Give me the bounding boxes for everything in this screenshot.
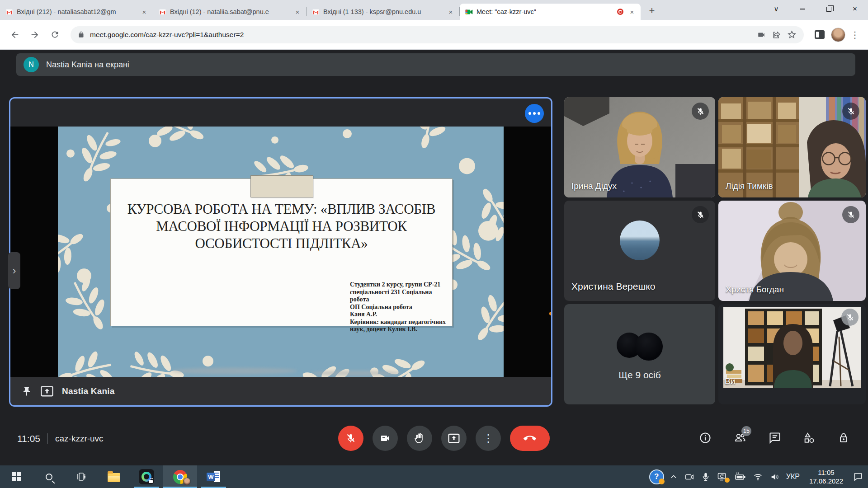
participants-button[interactable]: 15 [733, 432, 747, 444]
host-controls-button[interactable] [837, 432, 850, 444]
presentation-tile[interactable]: КУРСОВА РОБОТА НА ТЕМУ: «ВПЛИВ ЗАСОБІВ М… [9, 97, 552, 407]
presenting-icon [40, 386, 54, 397]
tab-title: Meet: "caz-kzzr-uvc" [476, 8, 613, 15]
camera-toggle-button[interactable] [373, 426, 398, 451]
taskbar-clock[interactable]: 11:05 17.06.2022 [806, 468, 847, 485]
call-end-icon [524, 432, 536, 445]
system-tray: ? УКР [650, 468, 868, 485]
self-video-frame [723, 307, 861, 388]
action-center-button[interactable] [853, 471, 863, 482]
more-options-button[interactable]: ⋮ [476, 426, 501, 451]
slide-title-line: МАСОВОЇ ІНФОРМАЦІЇ НА РОЗВИТОК [112, 218, 451, 235]
slide-shadow-smudge [311, 371, 401, 376]
tab-close-button[interactable]: × [293, 8, 302, 16]
share-icon[interactable] [772, 30, 782, 39]
volume-tray-icon[interactable] [769, 472, 780, 482]
pin-icon[interactable] [21, 386, 32, 397]
leave-call-button[interactable] [510, 426, 550, 451]
mic-off-badge [842, 206, 859, 223]
reload-button[interactable] [46, 26, 63, 43]
minimize-button[interactable] [789, 0, 816, 18]
camera-in-use-icon[interactable] [756, 31, 766, 39]
host-controls-lock-icon [837, 432, 850, 444]
tab-close-button[interactable]: × [628, 8, 636, 16]
chrome-profile-badge [183, 478, 191, 485]
participant-tile-khrystia-bohdan[interactable]: Христя Богдан [718, 201, 866, 301]
more-vertical-icon: ⋮ [483, 432, 494, 445]
overflow-participants-tile[interactable]: Ще 9 осіб [564, 304, 715, 404]
notification-badge [659, 479, 665, 484]
slide-title-line: ОСОБИСТОСТІ ПІДЛІТКА» [112, 235, 451, 252]
meeting-code: caz-kzzr-uvc [55, 434, 104, 444]
call-controls: ⋮ [338, 426, 550, 451]
tile-more-options-button[interactable] [525, 104, 544, 123]
word-button[interactable]: W [197, 465, 230, 488]
microphone-tray-icon[interactable] [701, 471, 711, 482]
browser-tab-meet-active[interactable]: Meet: "caz-kzzr-uvc" × [460, 4, 641, 20]
presenter-name: Nastia Kania [62, 386, 114, 396]
chat-button[interactable] [769, 432, 781, 444]
slide-credit-line: спеціальності 231 Соціальна робота [350, 289, 452, 304]
mic-toggle-button[interactable] [338, 426, 363, 451]
help-tray-icon[interactable]: ? [650, 470, 663, 483]
camera-icon [380, 433, 391, 444]
orange-dot-indicator [549, 312, 552, 315]
address-bar[interactable]: meet.google.com/caz-kzzr-uvc?pli=1&authu… [71, 26, 804, 43]
url-text[interactable]: meet.google.com/caz-kzzr-uvc?pli=1&authu… [90, 31, 751, 39]
side-panel-toggle[interactable]: › [8, 252, 20, 289]
slide-credit-line: Керівник: кандидат педагогічних [350, 319, 452, 326]
wifi-tray-icon[interactable] [752, 472, 764, 482]
browser-tab-gmail-2[interactable]: Вхідні (12) - nataliia.sabat@pnu.e × [153, 4, 306, 20]
overflow-count-label: Ще 9 осіб [618, 370, 661, 380]
participant-tile-khrystyna-vereshko[interactable]: Христина Верешко [564, 201, 715, 301]
file-explorer-button[interactable] [98, 465, 130, 488]
camera-tray-icon[interactable] [684, 472, 695, 482]
slide-shadow-smudge [171, 368, 297, 374]
info-icon [699, 432, 712, 444]
present-screen-icon [448, 433, 460, 443]
display-connect-tray-icon[interactable] [717, 471, 728, 482]
battery-tray-icon[interactable] [734, 472, 746, 482]
close-window-button[interactable]: × [842, 0, 868, 18]
tab-title: Вхідні (212) - nataliasabat12@gm [17, 8, 137, 15]
mic-off-icon [847, 107, 855, 116]
self-view-tile[interactable]: Ви [718, 304, 866, 404]
tab-title: Вхідні (1 133) - kspsr@pnu.edu.u [323, 8, 443, 15]
bookmark-star-icon[interactable] [787, 30, 797, 39]
task-view-button[interactable] [65, 465, 98, 488]
side-panel-button[interactable] [811, 26, 828, 43]
slide-title: КУРСОВА РОБОТА НА ТЕМУ: «ВПЛИВ ЗАСОБІВ М… [112, 201, 451, 252]
forward-button[interactable] [26, 26, 43, 43]
participant-tile-lidiia-tymkiv[interactable]: Лідія Тимків [718, 97, 866, 197]
tab-close-button[interactable]: × [447, 8, 455, 16]
present-screen-button[interactable] [441, 426, 467, 451]
participant-tile-iryna-didukh[interactable]: Ірина Дідух [564, 97, 715, 197]
slide-credits: Студентки 2 курсу, групи СР-21 спеціальн… [350, 281, 452, 333]
browser-tab-gmail-1[interactable]: Вхідні (212) - nataliasabat12@gm × [0, 4, 153, 20]
meeting-info: 11:05 caz-kzzr-uvc [17, 433, 104, 444]
language-indicator[interactable]: УКР [786, 473, 800, 481]
tab-title: Вхідні (12) - nataliia.sabat@pnu.e [170, 8, 290, 15]
raise-hand-button[interactable] [407, 426, 432, 451]
browser-menu-button[interactable]: ⋮ [848, 29, 862, 40]
webex-button[interactable] [130, 465, 163, 488]
tab-close-button[interactable]: × [140, 8, 148, 16]
taskbar-search-button[interactable] [33, 465, 65, 488]
question-glyph: ? [654, 472, 659, 481]
new-tab-button[interactable]: + [645, 4, 659, 18]
side-panel-icon [815, 30, 825, 39]
slide-credit-line: Студентки 2 курсу, групи СР-21 [350, 281, 452, 289]
chrome-button[interactable] [163, 465, 197, 488]
browser-tab-gmail-3[interactable]: Вхідні (1 133) - kspsr@pnu.edu.u × [307, 4, 459, 20]
restore-button[interactable] [816, 0, 842, 18]
profile-avatar[interactable] [831, 28, 845, 42]
meeting-details-button[interactable] [699, 432, 712, 444]
activities-button[interactable] [803, 432, 816, 444]
start-button[interactable] [0, 465, 33, 488]
show-hidden-icons-button[interactable] [669, 472, 678, 481]
slide-credit-line: наук, доцент Кулик І.В. [350, 326, 452, 333]
more-options-icon [533, 112, 536, 115]
overflow-avatars [617, 333, 663, 361]
back-button[interactable] [6, 26, 24, 43]
tab-search-chevron-button[interactable]: ∨ [763, 0, 789, 18]
